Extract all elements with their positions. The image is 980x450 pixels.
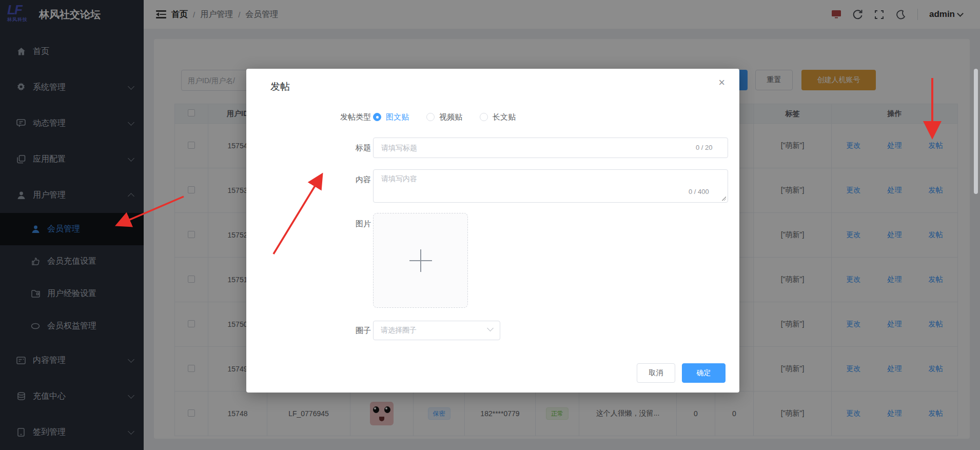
- content-field-label: 内容: [246, 175, 371, 185]
- radio-dot: [426, 113, 435, 121]
- radio-video-post[interactable]: 视频贴: [426, 112, 462, 122]
- title-char-counter: 0 / 20: [696, 144, 713, 151]
- post-dialog: 发帖 × 发帖类型 图文贴 视频贴 长文贴 标题 0 / 20 内容 0 / 4…: [246, 69, 739, 393]
- radio-dot: [373, 113, 381, 121]
- plus-icon: [409, 249, 432, 272]
- post-type-label: 发帖类型: [246, 109, 371, 125]
- close-icon[interactable]: ×: [718, 77, 725, 88]
- chevron-down-icon: [487, 325, 494, 331]
- cancel-button[interactable]: 取消: [637, 363, 675, 383]
- radio-long-post[interactable]: 长文贴: [480, 112, 516, 122]
- post-type-radio-group: 图文贴 视频贴 长文贴: [373, 109, 516, 125]
- radio-label: 图文贴: [386, 112, 409, 122]
- circle-select-placeholder: 请选择圈子: [381, 326, 417, 335]
- image-upload-box[interactable]: [373, 213, 468, 308]
- title-input[interactable]: [373, 138, 728, 158]
- radio-label: 长文贴: [493, 112, 516, 122]
- radio-image-post[interactable]: 图文贴: [373, 112, 409, 122]
- dialog-title: 发帖: [270, 80, 290, 93]
- content-textarea[interactable]: [373, 169, 728, 203]
- confirm-button[interactable]: 确定: [682, 363, 726, 383]
- content-char-counter: 0 / 400: [689, 188, 709, 195]
- circle-select[interactable]: 请选择圈子: [373, 321, 500, 340]
- radio-label: 视频贴: [439, 112, 462, 122]
- textarea-resize-handle[interactable]: [721, 196, 726, 201]
- title-field-label: 标题: [246, 143, 371, 153]
- circle-field-label: 圈子: [246, 326, 371, 336]
- radio-dot: [480, 113, 488, 121]
- page-scrollbar-thumb[interactable]: [974, 69, 978, 194]
- image-field-label: 图片: [246, 219, 371, 229]
